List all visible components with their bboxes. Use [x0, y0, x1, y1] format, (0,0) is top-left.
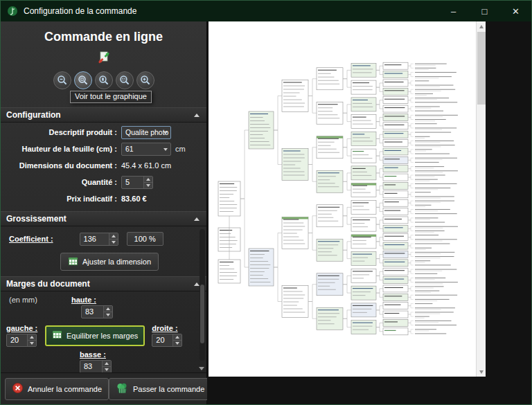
close-button[interactable]: ✕: [500, 1, 531, 21]
margin-bottom-column: basse : 83: [1, 350, 118, 372]
margin-right-increment-button[interactable]: [173, 334, 181, 340]
product-select[interactable]: Qualite photo: [121, 126, 171, 139]
scrollbar-down-arrow[interactable]: [477, 367, 486, 377]
app-icon: [7, 6, 18, 17]
place-order-button[interactable]: Passer la commande: [109, 378, 211, 400]
margins-unit-note: (en mm): [9, 296, 37, 304]
margin-top-stepper[interactable]: 83: [81, 305, 113, 318]
margin-top-label: haute :: [71, 296, 96, 304]
section-header-marges[interactable]: Marges du document: [1, 276, 206, 291]
place-order-label: Passer la commande: [133, 385, 204, 393]
margin-top-row: 83: [1, 305, 206, 318]
margins-middle-row: gauche : 20 Equilibrer les marges dr: [1, 324, 206, 347]
margin-bottom-stepper[interactable]: 83: [80, 360, 112, 372]
order-panel: Commande en ligne: [1, 21, 207, 404]
zoom-out-button[interactable]: [53, 71, 71, 89]
titlebar[interactable]: Configuration de la commande – □ ✕: [1, 1, 531, 21]
preview-scrollbar-thumb[interactable]: [477, 32, 486, 105]
margin-top-decrement-button[interactable]: [104, 312, 112, 318]
quantity-stepper[interactable]: 5: [121, 176, 153, 189]
margin-left-increment-button[interactable]: [28, 334, 36, 340]
sheet-height-row: Hauteur de la feuille (cm) : 61 cm: [1, 142, 206, 156]
collapse-icon[interactable]: [194, 282, 200, 286]
adjust-dimension-button[interactable]: Ajuster la dimension: [60, 253, 159, 271]
margin-left-value: 20: [7, 334, 27, 346]
price-value: 83.60 €: [121, 195, 147, 203]
quantity-value: 5: [122, 177, 143, 188]
section-header-configuration[interactable]: Configuration: [1, 107, 206, 123]
quantity-increment-button[interactable]: [144, 177, 152, 182]
coefficient-stepper[interactable]: 136: [80, 233, 118, 246]
online-order-icon: [1, 49, 206, 67]
product-row: Descriptif produit : Qualite photo: [1, 125, 206, 139]
panel-heading: Commande en ligne: [1, 30, 206, 45]
margin-bottom-decrement-button[interactable]: [103, 366, 111, 372]
dimensions-value: 45.4 x 61.0 cm: [121, 161, 171, 170]
quantity-decrement-button[interactable]: [144, 182, 152, 188]
quantity-row: Quantité : 5: [1, 175, 206, 189]
margin-left-label: gauche :: [6, 324, 38, 332]
collapse-icon[interactable]: [194, 114, 200, 117]
balance-margins-button[interactable]: Equilibrer les marges: [45, 325, 145, 346]
panel-scrollbar-thumb[interactable]: [200, 285, 204, 344]
coefficient-row: Coefficient : 136 100 %: [1, 232, 206, 246]
adjust-row: Ajuster la dimension: [1, 253, 206, 271]
document-page[interactable]: [209, 21, 476, 377]
chevron-down-icon: [163, 148, 168, 151]
zoom-selection-button[interactable]: [116, 71, 134, 89]
scrollbar-up-arrow[interactable]: [477, 21, 486, 31]
balance-grid-icon: [52, 330, 62, 341]
margin-right-value: 20: [152, 334, 172, 346]
margin-top-value: 83: [82, 306, 103, 318]
cancel-icon: [12, 382, 24, 395]
margins-note-row: (en mm) haute :: [1, 295, 206, 304]
price-row: Prix indicatif : 83.60 €: [1, 192, 206, 206]
window-title: Configuration de la commande: [24, 6, 136, 16]
sheet-height-select[interactable]: 61: [121, 143, 171, 156]
basket-icon: [116, 381, 129, 396]
price-label: Prix indicatif :: [5, 195, 121, 203]
product-label: Descriptif produit :: [5, 128, 121, 136]
margin-right-label: droite :: [152, 324, 184, 332]
margin-left-stepper[interactable]: 20: [6, 334, 37, 347]
zoom-toolbar: Voir tout le graphique: [1, 71, 206, 102]
hundred-percent-button[interactable]: 100 %: [127, 232, 163, 246]
section-title: Marges du document: [6, 279, 90, 289]
chevron-down-icon: [163, 132, 168, 134]
coefficient-increment-button[interactable]: [109, 233, 118, 239]
preview-vertical-scrollbar[interactable]: [476, 21, 486, 377]
order-footer: Annuler la commande Passer la commande: [1, 372, 206, 404]
sheet-height-label: Hauteur de la feuille (cm) :: [5, 145, 121, 153]
margin-bottom-label: basse :: [80, 350, 118, 359]
zoom-page-button[interactable]: [95, 71, 113, 89]
section-title: Configuration: [6, 110, 61, 120]
panel-scroll-down-arrow[interactable]: [199, 367, 204, 370]
margin-right-decrement-button[interactable]: [173, 340, 181, 346]
margin-top-increment-button[interactable]: [104, 306, 112, 312]
fit-whole-graph-button[interactable]: [74, 71, 92, 89]
zoom-tooltip: Voir tout le graphique: [70, 91, 152, 103]
zoom-in-button[interactable]: [136, 71, 154, 89]
section-title: Grossissement: [6, 214, 66, 224]
coefficient-label: Coefficient :: [9, 235, 53, 243]
margin-bottom-increment-button[interactable]: [103, 361, 111, 366]
collapse-icon[interactable]: [194, 217, 200, 221]
margin-left-decrement-button[interactable]: [28, 340, 36, 346]
panel-vertical-scrollbar[interactable]: [200, 229, 205, 361]
cancel-order-button[interactable]: Annuler la commande: [5, 378, 109, 400]
margin-right-stepper[interactable]: 20: [152, 334, 182, 347]
document-preview-area: [207, 21, 531, 404]
adjust-dimension-label: Ajuster la dimension: [82, 258, 151, 266]
maximize-button[interactable]: □: [469, 1, 500, 21]
cancel-order-label: Annuler la commande: [28, 385, 102, 393]
balance-margins-label: Equilibrer les marges: [66, 332, 138, 340]
window-content: Commande en ligne: [1, 21, 531, 404]
minimize-button[interactable]: –: [438, 1, 469, 21]
section-header-grossissement[interactable]: Grossissement: [1, 211, 206, 226]
coefficient-value: 136: [80, 233, 109, 245]
sheet-height-unit: cm: [175, 145, 186, 153]
order-panel-body: Commande en ligne: [1, 21, 206, 372]
coefficient-decrement-button[interactable]: [109, 239, 118, 245]
grid-table-icon: [68, 256, 78, 268]
margin-bottom-value: 83: [80, 361, 102, 372]
